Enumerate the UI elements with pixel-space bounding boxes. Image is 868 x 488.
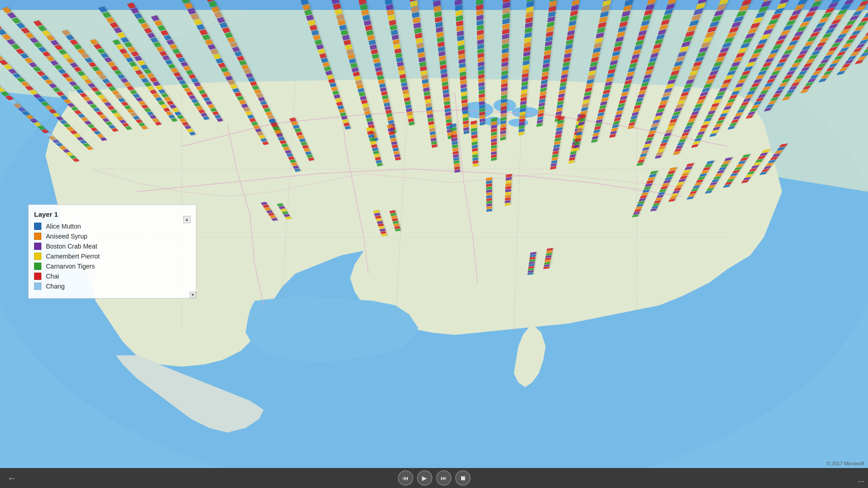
legend-item-label: Camembert Pierrot [46, 253, 100, 260]
map-container: Layer 1 ▲ Alice Mutton Aniseed Syrup Bos… [0, 0, 868, 488]
legend-color-swatch [34, 243, 41, 250]
legend-item: Aniseed Syrup [34, 233, 189, 240]
forward-button[interactable]: ⏭ [436, 470, 452, 486]
legend-item: Alice Mutton [34, 223, 189, 230]
legend-item-label: Chai [46, 273, 59, 280]
legend-title: Layer 1 [34, 210, 189, 218]
legend-item: Chai [34, 273, 189, 280]
legend-item-label: Boston Crab Meat [46, 243, 97, 250]
legend-scroll-down-button[interactable]: ▼ [190, 292, 196, 298]
nav-back-button[interactable]: ← [4, 470, 20, 486]
legend-item: Chang [34, 283, 189, 290]
legend-panel: Layer 1 ▲ Alice Mutton Aniseed Syrup Bos… [28, 204, 196, 299]
legend-color-swatch [34, 253, 41, 260]
legend-color-swatch [34, 263, 41, 270]
toolbar: ← ⏮ ▶ ⏭ ⏹ ··· [0, 468, 868, 488]
legend-item-label: Alice Mutton [46, 223, 81, 230]
legend-item: Camembert Pierrot [34, 253, 189, 260]
legend-item-label: Carnarvon Tigers [46, 263, 95, 270]
stop-button[interactable]: ⏹ [455, 470, 471, 486]
legend-item-label: Aniseed Syrup [46, 233, 87, 240]
svg-point-4 [512, 107, 539, 118]
legend-scroll-up-button[interactable]: ▲ [183, 216, 191, 223]
svg-point-5 [484, 117, 502, 126]
legend-scroll-area[interactable]: Alice Mutton Aniseed Syrup Boston Crab M… [34, 223, 189, 293]
rewind-button[interactable]: ⏮ [398, 470, 413, 486]
legend-item: Carnarvon Tigers [34, 263, 189, 270]
more-options-button[interactable]: ··· [858, 477, 864, 486]
legend-color-swatch [34, 223, 41, 230]
legend-color-swatch [34, 283, 41, 290]
play-button[interactable]: ▶ [417, 470, 432, 486]
legend-color-swatch [34, 273, 41, 280]
svg-point-2 [462, 102, 493, 118]
copyright-text: © 2017 Microsoft [827, 461, 864, 466]
legend-item-label: Chang [46, 283, 65, 290]
legend-item: Boston Crab Meat [34, 243, 189, 250]
legend-color-swatch [34, 233, 41, 240]
svg-point-6 [508, 119, 528, 127]
svg-point-3 [493, 99, 516, 112]
